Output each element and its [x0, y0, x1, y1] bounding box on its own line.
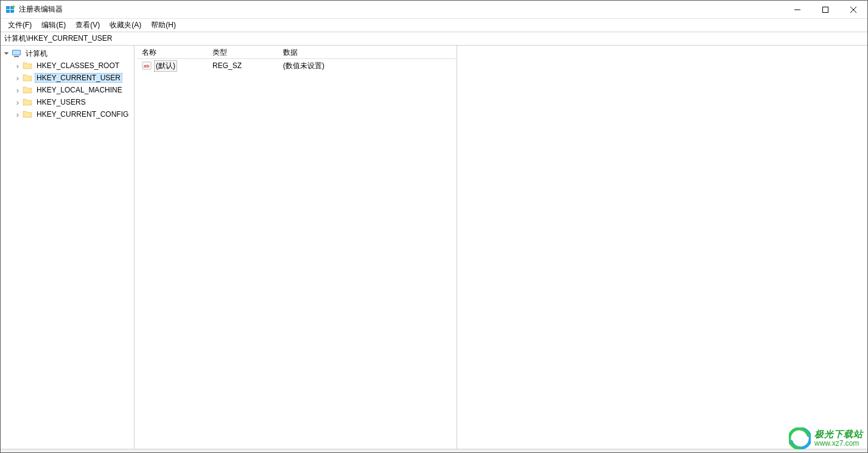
address-input[interactable] — [4, 35, 864, 43]
tree-root-label: 计算机 — [24, 48, 49, 60]
menu-favorites[interactable]: 收藏夹(A) — [105, 19, 146, 32]
close-button[interactable] — [839, 1, 867, 19]
menubar: 文件(F) 编辑(E) 查看(V) 收藏夹(A) 帮助(H) — [1, 19, 867, 32]
svg-point-4 — [12, 5, 15, 8]
list-row[interactable]: ab (默认) REG_SZ (数值未设置) — [137, 59, 457, 72]
header-type[interactable]: 类型 — [208, 46, 278, 58]
menu-edit[interactable]: 编辑(E) — [37, 19, 71, 32]
tree-pane[interactable]: 计算机 HKEY_CLASSES_ROOT HKEY_CURRENT_USER — [1, 46, 135, 449]
folder-icon — [23, 73, 32, 83]
folder-icon — [23, 109, 32, 119]
svg-line-8 — [850, 7, 856, 13]
tree-item[interactable]: HKEY_CLASSES_ROOT — [1, 60, 134, 72]
window-title: 注册表编辑器 — [19, 4, 63, 15]
tree-item[interactable]: HKEY_USERS — [1, 96, 134, 108]
computer-icon — [12, 49, 21, 58]
folder-icon — [23, 61, 32, 71]
expand-toggle-icon[interactable] — [14, 86, 21, 94]
expand-toggle-icon[interactable] — [14, 74, 21, 82]
titlebar: 注册表编辑器 — [1, 1, 867, 19]
menu-view[interactable]: 查看(V) — [71, 19, 105, 32]
tree-item[interactable]: HKEY_CURRENT_CONFIG — [1, 108, 134, 120]
svg-line-7 — [850, 7, 856, 13]
tree-item[interactable]: HKEY_CURRENT_USER — [1, 72, 134, 84]
tree-item-label: HKEY_LOCAL_MACHINE — [35, 85, 124, 95]
expand-toggle-icon[interactable] — [14, 62, 21, 70]
main-split: 计算机 HKEY_CLASSES_ROOT HKEY_CURRENT_USER — [1, 46, 867, 449]
expand-toggle-icon[interactable] — [3, 50, 10, 57]
tree-item[interactable]: HKEY_LOCAL_MACHINE — [1, 84, 134, 96]
svg-rect-11 — [14, 56, 19, 57]
value-type: REG_SZ — [208, 61, 278, 71]
values-list[interactable]: 名称 类型 数据 ab (默认) REG_SZ — [137, 46, 457, 449]
tree-item-label: HKEY_CURRENT_CONFIG — [35, 109, 130, 119]
expand-toggle-icon[interactable] — [14, 99, 21, 106]
string-value-icon: ab — [142, 61, 152, 71]
svg-rect-3 — [10, 10, 14, 13]
maximize-button[interactable] — [811, 1, 839, 19]
menu-file[interactable]: 文件(F) — [3, 19, 37, 32]
svg-rect-0 — [6, 6, 10, 9]
minimize-button[interactable] — [783, 1, 811, 19]
tree-root[interactable]: 计算机 — [1, 47, 134, 60]
tree-item-label: HKEY_CLASSES_ROOT — [35, 61, 121, 71]
list-headers[interactable]: 名称 类型 数据 — [137, 46, 457, 59]
svg-text:ab: ab — [144, 63, 149, 69]
tree-item-label: HKEY_USERS — [35, 97, 88, 107]
svg-rect-6 — [823, 7, 828, 12]
header-name[interactable]: 名称 — [137, 46, 208, 58]
value-name: (默认) — [154, 60, 177, 72]
folder-icon — [23, 85, 32, 95]
app-icon — [5, 5, 15, 15]
statusbar — [1, 449, 867, 452]
value-data: (数值未设置) — [278, 60, 457, 72]
svg-rect-2 — [6, 10, 10, 13]
tree-item-label: HKEY_CURRENT_USER — [35, 73, 122, 83]
menu-help[interactable]: 帮助(H) — [146, 19, 181, 32]
content-area: 名称 类型 数据 ab (默认) REG_SZ — [137, 46, 867, 449]
svg-rect-10 — [13, 50, 20, 55]
folder-icon — [23, 97, 32, 107]
right-empty-pane — [457, 46, 867, 449]
header-data[interactable]: 数据 — [278, 46, 457, 58]
address-bar[interactable] — [1, 32, 867, 46]
expand-toggle-icon[interactable] — [14, 111, 21, 119]
